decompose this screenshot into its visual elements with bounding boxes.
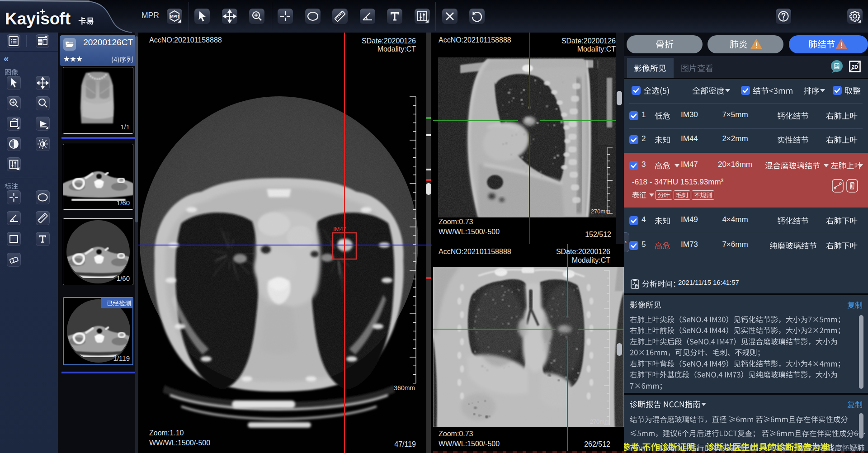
svg-text:2D: 2D: [852, 64, 859, 70]
